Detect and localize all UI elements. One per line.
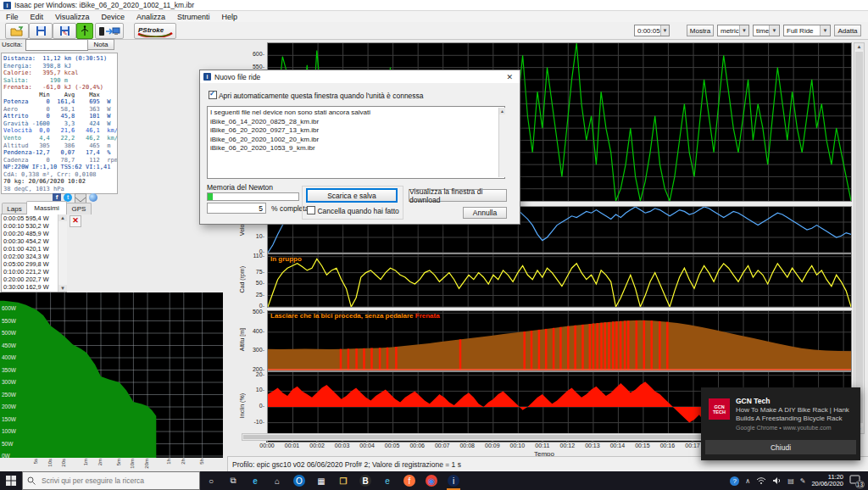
scroll-up-icon[interactable]: ▲ <box>58 214 67 221</box>
taskbar-icon-internet-explorer[interactable]: e <box>376 471 398 490</box>
percent-value-field[interactable]: 5 <box>207 203 266 214</box>
range-select[interactable]: Full Ride▼ <box>783 25 831 36</box>
file-list-scrollbar[interactable]: ▲ <box>498 108 505 177</box>
save-as-button[interactable]: ✎ <box>53 23 76 39</box>
menu-edit[interactable]: Edit <box>25 13 50 21</box>
cadence-chart[interactable] <box>267 253 852 308</box>
cadence-tick-label: 110- <box>248 253 264 259</box>
menu-visualizza[interactable]: Visualizza <box>49 13 95 21</box>
tab-massimi[interactable]: Massimi <box>26 201 67 214</box>
internet-explorer-icon: e <box>381 475 393 487</box>
title-bar: i Isaac per Windows: iBike_06_20_2020_10… <box>0 0 868 11</box>
max-list-item[interactable]: 0:05:00 299,8 W <box>2 260 66 268</box>
keyboard-icon[interactable]: ▤ <box>787 477 794 485</box>
taskbar-icon-b-app[interactable]: B <box>354 471 376 490</box>
taskbar-clock[interactable]: 11:20 20/06/2020 <box>811 474 843 488</box>
chevron-up-icon[interactable]: ∧ <box>745 477 750 485</box>
search-input[interactable] <box>40 476 196 486</box>
taskbar-icon-file-explorer[interactable]: ❐ <box>332 471 354 490</box>
menu-analizza[interactable]: Analizza <box>131 13 171 21</box>
menu-file[interactable]: File <box>0 13 25 21</box>
max-list-item[interactable]: 0:00:30 454,2 W <box>2 237 66 245</box>
x-tick-label: 00:01 <box>280 443 305 448</box>
cancel-button[interactable]: Annulla <box>463 207 507 219</box>
adatta-button[interactable]: Adatta <box>834 25 861 36</box>
max-list-item[interactable]: 0:30:00 162,9 W <box>2 283 66 291</box>
notification-body[interactable]: How To Make A DIY Bike Rack | Hank Build… <box>736 406 854 422</box>
menu-device[interactable]: Device <box>95 13 131 21</box>
progress-fill <box>208 193 213 200</box>
scroll-down-icon[interactable]: ▼ <box>58 285 67 292</box>
file-list-item[interactable]: iBike_06_20_2020_0927_13_km.ibr <box>210 126 502 136</box>
dialog-title-bar[interactable]: i Nuovo file ride ✕ <box>200 70 520 83</box>
charts-v-scrollbar[interactable]: ▲ ▼ <box>854 42 865 434</box>
power-duration-chart[interactable] <box>0 292 223 458</box>
menu-strumenti[interactable]: Strumenti <box>171 13 216 21</box>
taskbar-icon-cortana[interactable]: ○ <box>200 471 222 490</box>
open-file-button[interactable] <box>5 23 29 39</box>
tab-laps[interactable]: Laps <box>2 203 27 214</box>
delete-when-done-checkbox[interactable] <box>307 206 315 214</box>
tab-gps[interactable]: GPS <box>66 203 92 214</box>
help-icon[interactable]: ? <box>730 476 739 486</box>
download-save-button[interactable]: Scarica e salva <box>307 189 397 202</box>
max-list-item[interactable]: 0:02:00 324,3 W <box>2 253 66 260</box>
nota-button[interactable]: Nota <box>87 39 114 50</box>
uscita-input[interactable] <box>25 39 88 51</box>
delete-when-done-row[interactable]: Cancella quando hai fatto <box>307 206 399 215</box>
volume-icon[interactable] <box>772 476 782 485</box>
max-list-item[interactable]: 0:20:00 202,7 W <box>2 276 66 283</box>
taskbar-icon-outlook[interactable]: O <box>288 471 310 490</box>
taskbar-icon-edge[interactable]: e <box>244 471 266 490</box>
unsaved-files-list[interactable]: I seguenti file nel device non sono stat… <box>207 106 505 179</box>
v-scroll-thumb[interactable] <box>855 52 863 423</box>
x-tick-label: 00:11 <box>530 443 555 448</box>
file-list-item[interactable]: iBike_06_14_2020_0825_28_km.ibr <box>210 118 502 127</box>
time-window-select[interactable]: 0:00:05▼ <box>634 25 670 36</box>
x-tick-label: 00:10 <box>504 443 530 448</box>
pdc-x-label-text: 10m <box>130 459 135 469</box>
taskbar-icon-home[interactable]: ⌂ <box>266 471 288 490</box>
taskbar-icon-isaac-app[interactable]: i <box>442 471 465 490</box>
svg-text:✎: ✎ <box>63 31 68 36</box>
download-from-device-button[interactable] <box>95 23 124 39</box>
taskbar-icon-chrome[interactable]: ◉ <box>420 471 442 490</box>
taskbar-search[interactable] <box>22 471 200 490</box>
save-button[interactable] <box>29 23 53 39</box>
max-list-item[interactable]: 0:00:05 595,4 W <box>2 214 66 222</box>
max-list-item[interactable]: 0:00:10 530,2 W <box>2 222 66 230</box>
max-list-scrollbar[interactable]: ▲ ▼ <box>58 214 67 292</box>
delete-entry-button[interactable]: ✕ <box>70 215 81 227</box>
start-button[interactable] <box>0 471 22 490</box>
dialog-close-icon[interactable]: ✕ <box>503 73 516 81</box>
notification-close-button[interactable]: Chiudi <box>705 440 856 454</box>
view-download-window-button[interactable]: Visualizza la finestra di download <box>409 189 507 202</box>
mostra-button[interactable]: Mostra <box>687 25 714 36</box>
scroll-up-icon[interactable]: ▲ <box>499 108 505 114</box>
auto-open-checkbox[interactable] <box>209 91 217 99</box>
taskbar-icon-task-view[interactable]: ⧉ <box>222 471 244 490</box>
file-list-item[interactable]: iBike_06_20_2020_1002_20_km.ibr <box>210 136 502 145</box>
auto-open-row[interactable]: Apri automaticamente questa finestra qua… <box>209 91 424 100</box>
taskbar-icon-store[interactable]: ▦ <box>310 471 332 490</box>
pen-icon[interactable]: ✎ <box>800 477 806 485</box>
file-list-item[interactable]: iBike_06_20_2020_1053_9_km.ibr <box>210 144 502 153</box>
status-text: Profilo: epic gsc10 v02 06/06/2020 Prof#… <box>232 460 461 469</box>
taskbar-icon-firefox[interactable]: f <box>398 471 420 490</box>
max-list-item[interactable]: 0:00:20 485,9 W <box>2 230 66 237</box>
scroll-up-icon[interactable]: ▲ <box>854 43 864 50</box>
memory-progressbar <box>207 192 299 201</box>
pstroke-button[interactable]: PStroke <box>134 23 176 39</box>
units-select[interactable]: metric▼ <box>717 25 749 36</box>
wifi-icon[interactable] <box>756 476 766 485</box>
slope-axis-label: Inclin (%) <box>239 371 245 441</box>
max-list-item[interactable]: 0:10:00 221,2 W <box>2 268 66 276</box>
max-list-item[interactable]: 0:01:00 420,1 W <box>2 245 66 253</box>
earth-icon[interactable] <box>89 193 97 202</box>
notification-toast[interactable]: GCN TECH GCN Tech How To Make A DIY Bike… <box>701 387 860 460</box>
usb-connect-button[interactable] <box>76 23 93 39</box>
x-tick-label: 00:00 <box>254 443 280 448</box>
menu-help[interactable]: Help <box>215 13 243 21</box>
xaxis-select[interactable]: time▼ <box>753 25 780 36</box>
action-center-icon[interactable]: 13 <box>849 475 863 487</box>
